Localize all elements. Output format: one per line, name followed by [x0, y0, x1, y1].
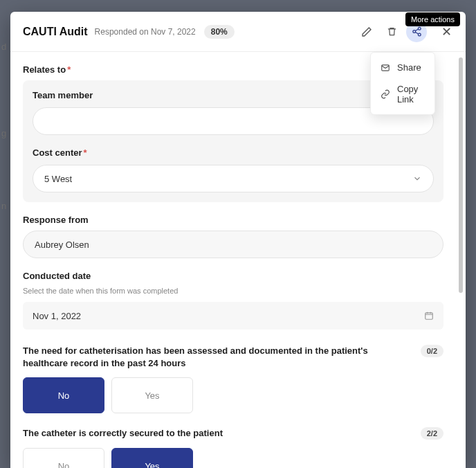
- pencil-icon: [361, 26, 372, 37]
- scrollbar-thumb[interactable]: [459, 57, 463, 293]
- choice-no[interactable]: No: [23, 448, 104, 468]
- svg-point-0: [418, 27, 421, 30]
- response-from-label: Response from: [23, 215, 443, 225]
- conducted-date-label: Conducted date: [23, 271, 443, 281]
- cost-center-label: Cost center*: [33, 147, 434, 158]
- menu-item-copy-link[interactable]: Copy Link: [371, 78, 434, 110]
- edit-button[interactable]: [356, 21, 377, 42]
- page-title: CAUTI Audit: [23, 26, 88, 38]
- menu-item-share[interactable]: Share: [371, 57, 434, 78]
- more-actions-menu: Share Copy Link: [370, 52, 435, 115]
- conducted-date-hint: Select the date when this form was compl…: [23, 287, 443, 295]
- audit-modal: More actions CAUTI Audit Responded on No…: [10, 12, 466, 468]
- trash-icon: [387, 26, 397, 37]
- menu-item-label: Share: [397, 62, 421, 73]
- choice-yes[interactable]: Yes: [111, 448, 193, 468]
- question-text: The catheter is correctly secured to the…: [23, 427, 412, 440]
- scrollbar[interactable]: [459, 57, 463, 468]
- link-icon: [381, 89, 390, 99]
- cost-center-select[interactable]: 5 West: [33, 165, 434, 192]
- conducted-date-value: Nov 1, 2022: [33, 311, 81, 321]
- question-score: 0/2: [421, 345, 443, 357]
- share-network-icon: [412, 26, 422, 37]
- calendar-icon: [424, 311, 434, 321]
- menu-item-label: Copy Link: [397, 84, 425, 105]
- svg-point-1: [412, 30, 415, 33]
- cost-center-value: 5 West: [44, 174, 72, 184]
- responded-subtitle: Responded on Nov 7, 2022: [95, 27, 196, 37]
- completion-badge: 80%: [204, 25, 235, 39]
- choice-yes[interactable]: Yes: [111, 377, 193, 413]
- mail-icon: [381, 63, 390, 73]
- svg-point-2: [418, 33, 421, 36]
- delete-button[interactable]: [381, 21, 402, 42]
- svg-rect-4: [425, 313, 433, 319]
- modal-header: CAUTI Audit Responded on Nov 7, 2022 80%…: [10, 12, 466, 52]
- question-2: The catheter is correctly secured to the…: [23, 427, 443, 468]
- more-actions-tooltip: More actions: [405, 12, 460, 26]
- choice-no[interactable]: No: [23, 377, 104, 413]
- question-text: The need for catheterisation has been as…: [23, 345, 412, 369]
- chevron-down-icon: [412, 174, 422, 183]
- question-1: The need for catheterisation has been as…: [23, 345, 443, 413]
- conducted-date-input[interactable]: Nov 1, 2022: [23, 302, 443, 330]
- response-from-value: Aubrey Olsen: [23, 231, 443, 258]
- question-score: 2/2: [421, 427, 443, 440]
